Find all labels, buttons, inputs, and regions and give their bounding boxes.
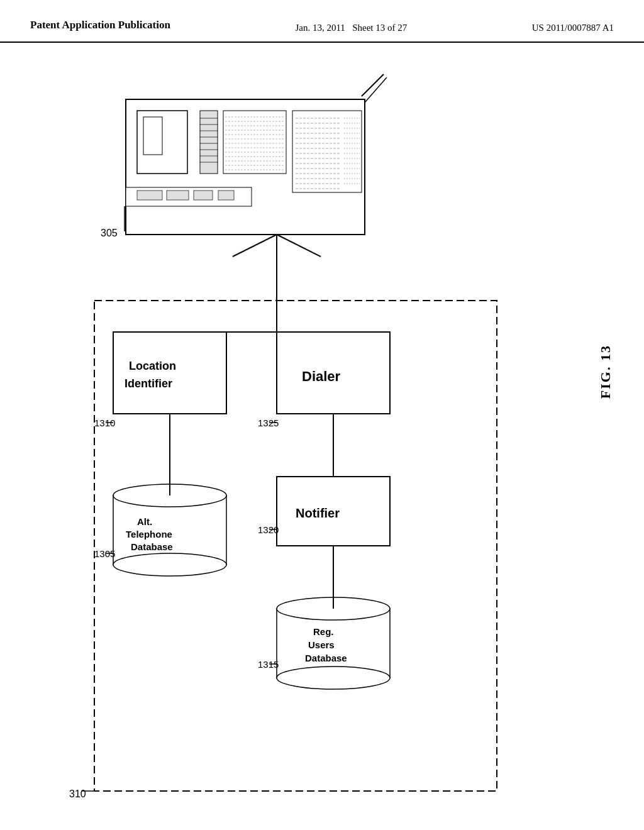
svg-text:Reg.: Reg.	[313, 626, 334, 637]
svg-point-79	[113, 553, 226, 576]
sheet: Sheet 13 of 27	[352, 23, 407, 33]
svg-rect-72	[113, 332, 226, 414]
svg-text:Location: Location	[129, 360, 176, 372]
svg-rect-65	[218, 191, 234, 200]
date: Jan. 13, 2011	[295, 23, 345, 33]
svg-text:Users: Users	[308, 639, 335, 650]
svg-rect-64	[194, 191, 213, 200]
patent-diagram: 305 310 Location Identifier 1310 Alt. Te…	[31, 62, 585, 816]
svg-rect-29	[292, 111, 362, 192]
svg-text:Notifier: Notifier	[296, 506, 340, 520]
svg-line-1	[277, 235, 321, 257]
page-header: Patent Application Publication Jan. 13, …	[0, 0, 644, 43]
svg-point-95	[277, 667, 390, 689]
svg-rect-62	[137, 191, 162, 200]
patent-number: US 2011/0007887 A1	[532, 18, 614, 35]
publication-label: Patent Application Publication	[30, 18, 170, 33]
svg-rect-63	[167, 191, 189, 200]
svg-rect-4	[143, 117, 162, 155]
svg-rect-15	[223, 111, 286, 174]
main-content: FIG. 13	[0, 43, 644, 816]
svg-text:Telephone: Telephone	[126, 529, 172, 540]
figure-label: FIG. 13	[597, 345, 614, 399]
svg-text:Alt.: Alt.	[137, 516, 152, 527]
svg-text:Database: Database	[305, 653, 347, 663]
svg-text:310: 310	[69, 788, 86, 799]
svg-text:Identifier: Identifier	[125, 377, 172, 390]
svg-line-0	[233, 235, 277, 257]
svg-rect-6	[200, 111, 218, 174]
date-sheet: Jan. 13, 2011 Sheet 13 of 27	[295, 18, 407, 35]
svg-text:Database: Database	[131, 541, 173, 552]
svg-text:Dialer: Dialer	[302, 368, 341, 384]
svg-text:305: 305	[101, 228, 118, 238]
